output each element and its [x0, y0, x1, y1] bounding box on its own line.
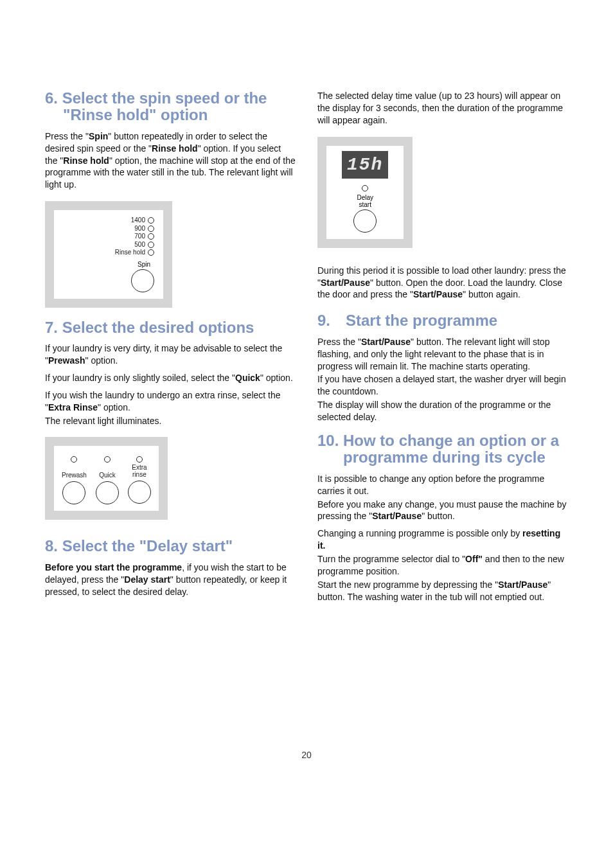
delay-start-button-icon — [353, 209, 377, 233]
led-icon — [362, 185, 368, 191]
section-9-p1: Press the "Start/Pause" button. The rele… — [317, 336, 568, 373]
section-7-p2: If your laundry is only slightly soiled,… — [45, 372, 296, 384]
section-8-heading: 8. Select the "Delay start" — [45, 538, 296, 554]
quick-button-icon — [96, 481, 119, 504]
delay-start-label: Delay start — [342, 194, 388, 208]
section-6-heading: 6. Select the spin speed or the "Rinse h… — [45, 90, 296, 124]
led-icon — [104, 456, 111, 463]
spin-button-icon — [131, 269, 154, 292]
section-10-p1: It is possible to change any option befo… — [317, 473, 568, 497]
spin-led-icon — [148, 249, 154, 256]
section-7-p1: If your laundry is very dirty, it may be… — [45, 342, 296, 367]
section-7-p3: If you wish the laundry to undergo an ex… — [45, 389, 296, 414]
delay-after-paragraph: During this period it is possible to loa… — [317, 265, 568, 301]
spin-900-label: 900 — [81, 225, 145, 233]
delay-intro-paragraph: The selected delay time value (up to 23 … — [317, 90, 568, 127]
left-column: 6. Select the spin speed or the "Rinse h… — [45, 90, 296, 608]
extra-rinse-option: Extra rinse — [128, 456, 151, 504]
section-6-paragraph: Press the "Spin" button repeatedly in or… — [45, 130, 296, 191]
spin-led-icon — [148, 226, 154, 232]
extra-rinse-button-icon — [128, 481, 151, 504]
section-7-p4: The relevant light illuminates. — [45, 415, 296, 427]
spin-led-icon — [148, 242, 154, 248]
section-7-heading: 7. Select the desired options — [45, 319, 296, 336]
quick-option: Quick — [96, 456, 119, 504]
section-8-p1: Before you start the programme, if you w… — [45, 562, 296, 598]
spin-led-icon — [148, 233, 154, 240]
spin-1400-label: 1400 — [81, 217, 145, 225]
section-10-p3: Changing a running programme is possible… — [317, 527, 568, 552]
spin-led-icon — [148, 217, 154, 224]
led-icon — [71, 456, 77, 463]
seven-segment-display: 15h — [342, 151, 388, 179]
section-10-p2: Before you make any change, you must pau… — [317, 499, 568, 523]
section-9-p3: The display will show the duration of th… — [317, 399, 568, 423]
prewash-option: Prewash — [62, 456, 87, 504]
section-9-heading: 9. Start the programme — [317, 312, 568, 329]
section-10-p5: Start the new programme by depressing th… — [317, 579, 568, 603]
led-icon — [136, 456, 143, 463]
right-column: The selected delay time value (up to 23 … — [317, 90, 568, 608]
options-figure: Prewash Quick Extra rinse — [45, 437, 168, 520]
page-number: 20 — [45, 750, 568, 760]
rinse-hold-label: Rinse hold — [81, 249, 145, 257]
section-10-p4: Turn the programme selector dial to "Off… — [317, 553, 568, 578]
prewash-button-icon — [62, 481, 85, 504]
spin-700-label: 700 — [81, 233, 145, 241]
spin-button-label: Spin — [63, 261, 154, 268]
spin-500-label: 500 — [81, 241, 145, 249]
delay-start-figure: 15h Delay start — [317, 137, 413, 248]
section-10-heading: 10. How to change an option or a program… — [317, 432, 568, 466]
section-9-p2: If you have chosen a delayed start, the … — [317, 373, 568, 398]
spin-speed-figure: 1400 900 700 500 Rinse hold Spin — [45, 201, 172, 308]
